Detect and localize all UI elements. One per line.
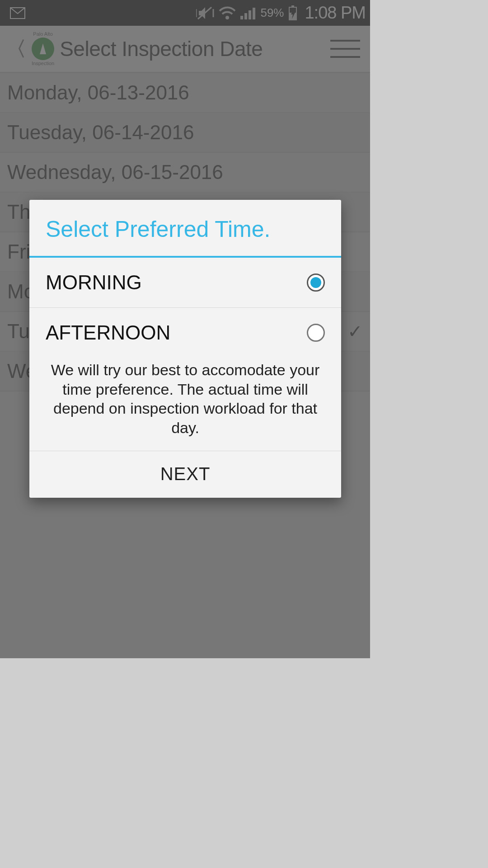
option-label: AFTERNOON (46, 321, 170, 344)
option-label: MORNING (46, 271, 142, 294)
time-dialog: Select Preferred Time. MORNING AFTERNOON… (29, 200, 341, 498)
option-morning[interactable]: MORNING (29, 258, 341, 307)
radio-unselected-icon[interactable] (307, 324, 325, 342)
dialog-title: Select Preferred Time. (29, 200, 341, 256)
radio-selected-icon[interactable] (307, 274, 325, 292)
option-afternoon[interactable]: AFTERNOON (29, 307, 341, 358)
dialog-disclaimer: We will try our best to accomodate your … (29, 358, 341, 451)
next-button[interactable]: NEXT (29, 451, 341, 498)
